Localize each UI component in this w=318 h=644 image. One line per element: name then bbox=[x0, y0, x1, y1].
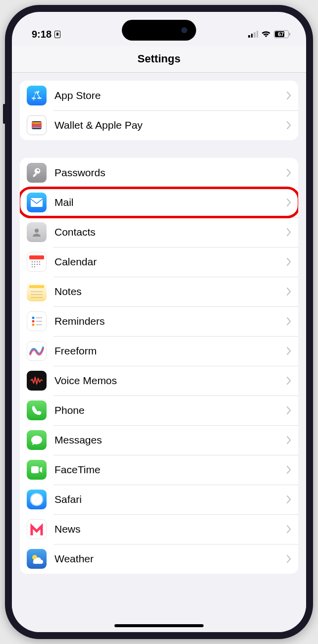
svg-point-11 bbox=[37, 261, 38, 262]
settings-row-calendar[interactable]: Calendar bbox=[20, 247, 298, 277]
settings-row-label: Voice Memos bbox=[54, 375, 286, 387]
notes-icon bbox=[27, 282, 47, 301]
settings-group: Passwords Mail Contacts bbox=[20, 158, 298, 574]
weather-icon bbox=[27, 549, 47, 569]
chevron-right-icon bbox=[286, 317, 291, 325]
safari-icon bbox=[27, 490, 47, 509]
messages-icon bbox=[27, 430, 47, 450]
chevron-right-icon bbox=[286, 198, 291, 206]
svg-point-14 bbox=[34, 264, 35, 265]
settings-row-label: Calendar bbox=[54, 256, 286, 268]
settings-list[interactable]: App Store Wallet & Apple Pay bbox=[12, 73, 306, 632]
svg-point-16 bbox=[39, 264, 40, 265]
settings-row-messages[interactable]: Messages bbox=[20, 425, 298, 455]
phone-frame: 9:18 67 Settings bbox=[5, 5, 313, 639]
mail-icon bbox=[27, 193, 47, 212]
cellular-icon bbox=[248, 31, 258, 38]
chevron-right-icon bbox=[286, 169, 291, 177]
chevron-right-icon bbox=[286, 377, 291, 385]
settings-row-label: Messages bbox=[54, 434, 286, 446]
appstore-icon bbox=[27, 86, 47, 105]
settings-row-notes[interactable]: Notes bbox=[20, 277, 298, 306]
settings-row-label: Weather bbox=[54, 553, 286, 565]
settings-row-label: Passwords bbox=[54, 167, 286, 179]
freeform-icon bbox=[27, 341, 47, 361]
settings-row-label: News bbox=[54, 523, 286, 535]
settings-row-safari[interactable]: Safari bbox=[20, 485, 298, 514]
sim-icon bbox=[54, 31, 60, 38]
dynamic-island bbox=[122, 20, 196, 41]
settings-row-weather[interactable]: Weather bbox=[20, 544, 298, 574]
page-title: Settings bbox=[12, 46, 306, 73]
settings-row-facetime[interactable]: FaceTime bbox=[20, 455, 298, 485]
settings-row-label: Notes bbox=[54, 286, 286, 297]
chevron-right-icon bbox=[286, 347, 291, 355]
svg-point-18 bbox=[34, 266, 35, 267]
chevron-right-icon bbox=[286, 466, 291, 474]
facetime-icon bbox=[27, 460, 47, 480]
chevron-right-icon bbox=[286, 121, 291, 129]
svg-point-9 bbox=[32, 261, 33, 262]
svg-point-12 bbox=[39, 261, 40, 262]
chevron-right-icon bbox=[286, 436, 291, 444]
settings-row-news[interactable]: News bbox=[20, 514, 298, 544]
voicememos-icon bbox=[27, 371, 47, 391]
settings-row-label: App Store bbox=[54, 90, 286, 101]
chevron-right-icon bbox=[286, 495, 291, 503]
chevron-right-icon bbox=[286, 258, 291, 266]
settings-row-freeform[interactable]: Freeform bbox=[20, 336, 298, 366]
phone-icon bbox=[27, 400, 47, 420]
svg-point-15 bbox=[37, 264, 38, 265]
settings-row-label: Freeform bbox=[54, 345, 286, 357]
svg-point-10 bbox=[34, 261, 35, 262]
svg-point-17 bbox=[32, 266, 33, 267]
status-time: 9:18 bbox=[32, 29, 52, 40]
settings-row-passwords[interactable]: Passwords bbox=[20, 158, 298, 188]
svg-rect-29 bbox=[31, 466, 39, 473]
reminders-icon bbox=[27, 311, 47, 331]
svg-rect-7 bbox=[29, 255, 44, 259]
chevron-right-icon bbox=[286, 228, 291, 236]
home-indicator[interactable] bbox=[114, 624, 204, 627]
svg-rect-19 bbox=[29, 285, 44, 288]
settings-row-label: Phone bbox=[54, 404, 286, 416]
settings-row-label: Safari bbox=[54, 494, 286, 505]
svg-point-24 bbox=[32, 320, 35, 323]
settings-row-label: Wallet & Apple Pay bbox=[54, 119, 286, 131]
screen: 9:18 67 Settings bbox=[12, 12, 306, 632]
settings-row-appstore[interactable]: App Store bbox=[20, 81, 298, 110]
settings-row-wallet[interactable]: Wallet & Apple Pay bbox=[20, 110, 298, 140]
svg-point-4 bbox=[38, 170, 39, 171]
contacts-icon bbox=[27, 222, 47, 242]
settings-row-reminders[interactable]: Reminders bbox=[20, 306, 298, 336]
settings-row-label: FaceTime bbox=[54, 464, 286, 476]
settings-row-label: Mail bbox=[54, 197, 286, 208]
svg-point-25 bbox=[32, 324, 35, 326]
settings-row-label: Contacts bbox=[54, 226, 286, 238]
key-icon bbox=[27, 163, 47, 183]
settings-row-phone[interactable]: Phone bbox=[20, 396, 298, 425]
svg-point-6 bbox=[35, 229, 39, 233]
calendar-icon bbox=[27, 252, 47, 272]
chevron-right-icon bbox=[286, 406, 291, 414]
wallet-icon bbox=[27, 115, 47, 135]
chevron-right-icon bbox=[286, 288, 291, 296]
chevron-right-icon bbox=[286, 525, 291, 533]
battery-icon: 67 bbox=[274, 30, 290, 38]
settings-row-label: Reminders bbox=[54, 315, 286, 327]
settings-row-voicememos[interactable]: Voice Memos bbox=[20, 366, 298, 396]
svg-rect-5 bbox=[31, 198, 43, 207]
settings-row-contacts[interactable]: Contacts bbox=[20, 217, 298, 247]
settings-group: App Store Wallet & Apple Pay bbox=[20, 81, 298, 140]
status-left: 9:18 bbox=[32, 29, 60, 40]
svg-point-23 bbox=[32, 317, 35, 319]
settings-row-mail[interactable]: Mail bbox=[20, 188, 298, 217]
wifi-icon bbox=[261, 30, 271, 38]
svg-point-13 bbox=[32, 264, 33, 265]
chevron-right-icon bbox=[286, 555, 291, 563]
status-right: 67 bbox=[248, 30, 290, 38]
news-icon bbox=[27, 519, 47, 539]
chevron-right-icon bbox=[286, 92, 291, 99]
